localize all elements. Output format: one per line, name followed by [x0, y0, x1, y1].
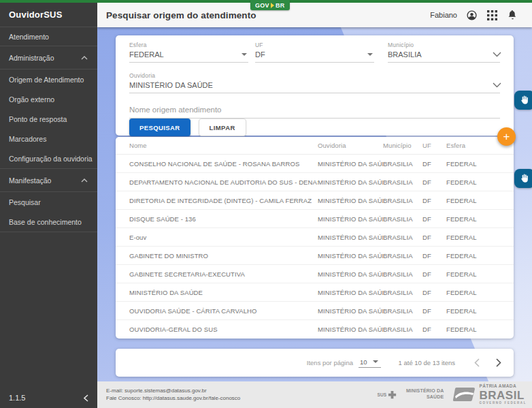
sign-language-hand-icon	[519, 95, 530, 106]
esfera-value: FEDERAL	[129, 50, 164, 59]
table-cell: FEDERAL	[446, 289, 500, 296]
table-row[interactable]: E-ouvMINISTÉRIO DA SAÚDEBRASILIADFFEDERA…	[116, 228, 514, 247]
ministry-logo: MINISTÉRIO DA SAÚDE	[406, 388, 444, 401]
chevron-down-icon	[493, 50, 501, 59]
vlibras-accessibility-button[interactable]	[514, 169, 532, 188]
table-cell: MINISTÉRIO DA SAÚDE	[129, 289, 318, 296]
esfera-label: Esfera	[129, 42, 248, 48]
sidebar-submenu-administracao: Origem de AtendimentoOrgão externoPonto …	[0, 69, 97, 169]
bell-icon[interactable]	[507, 10, 518, 21]
sidebar-section-manifestacao[interactable]: Manifestação	[0, 169, 97, 192]
sidebar-section-administracao[interactable]: Administração	[0, 46, 97, 69]
sidebar-footer: 1.1.5	[0, 388, 97, 408]
table-row[interactable]: DIRETORIA DE INTEGRIDADE (DINTEG) - CAMI…	[116, 191, 514, 210]
table-row[interactable]: CONSELHO NACIONAL DE SAÚDE - ROSANA BARR…	[116, 155, 514, 173]
table-cell: BRASILIA	[383, 178, 422, 186]
table-row[interactable]: GABINETE SECRETARIA-EXECUTIVAMINISTÉRIO …	[116, 265, 514, 283]
ouvidoria-select[interactable]: Ouvidoria MINISTÉRIO DA SAÚDE	[129, 72, 500, 93]
sidebar-item-label: Configuração da ouvidoria	[9, 155, 93, 163]
table-cell: MINISTÉRIO DA SAÚDE	[318, 234, 383, 241]
uf-value: DF	[255, 50, 265, 59]
table-cell: DISQUE SAÚDE - 136	[129, 215, 318, 223]
govbr-arrow-icon	[271, 3, 274, 8]
chevron-up-icon	[81, 178, 88, 183]
sidebar-item[interactable]: Pesquisar	[0, 192, 97, 212]
sidebar-item-label: Origem de Atendimento	[9, 76, 84, 84]
brasil-flag-icon	[452, 387, 476, 402]
items-per-page-value: 10	[360, 358, 367, 366]
govbr-logo[interactable]: GOV BR	[250, 0, 290, 10]
table-cell: E-ouv	[129, 234, 318, 241]
table-cell: BRASILIA	[383, 234, 422, 241]
esfera-select[interactable]: Esfera FEDERAL	[129, 42, 248, 63]
municipio-select[interactable]: Município BRASILIA	[388, 42, 500, 63]
account-icon[interactable]	[466, 10, 478, 21]
sidebar-section-label: Administração	[9, 54, 54, 62]
table-cell: OUVIDORIA SAÚDE - CÁRITA CARVALHO	[129, 307, 318, 315]
items-per-page-select[interactable]: 10	[359, 358, 381, 368]
chevron-down-icon	[493, 81, 501, 89]
dropdown-caret-icon	[373, 360, 378, 363]
brasil-government-logo: PÁTRIA AMADA BRASIL GOVERNO FEDERAL	[452, 384, 527, 405]
ministry-line1: MINISTÉRIO DA	[406, 388, 444, 394]
support-email: E-mail: suporte.sistemas@datasus.gov.br	[106, 387, 240, 394]
table-cell: MINISTÉRIO DA SAÚDE	[318, 215, 383, 223]
govbr-gov-text: GOV	[255, 2, 269, 9]
column-header-uf: UF	[422, 142, 446, 149]
filter-card: Esfera FEDERAL UF DF Município BRASILIA	[116, 35, 514, 136]
sidebar-item[interactable]: Ponto de resposta	[0, 109, 97, 129]
uf-label: UF	[255, 42, 374, 48]
chevron-up-icon	[81, 56, 88, 60]
username: Fabiano	[430, 11, 457, 19]
table-row[interactable]: DEPARTAMENTO NACIONAL DE AUDITORIA DO SU…	[116, 173, 514, 191]
sidebar-item-atendimento[interactable]: Atendimento	[0, 27, 97, 46]
support-link[interactable]: Fale Conosco: http://datasus.saude.gov.b…	[106, 394, 240, 402]
sidebar-item[interactable]: Base de conhecimento	[0, 212, 97, 232]
app-title: OuvidorSUS	[0, 3, 97, 27]
collapse-sidebar-button[interactable]	[84, 394, 88, 402]
sidebar-item[interactable]: Origem de Atendimento	[0, 69, 97, 89]
column-header-municipio: Município	[383, 142, 422, 149]
table-cell: DF	[422, 197, 446, 204]
vlibras-accessibility-button[interactable]	[514, 91, 532, 110]
table-row[interactable]: GABINETE DO MINISTROMINISTÉRIO DA SAÚDEB…	[116, 247, 514, 265]
table-cell: MINISTÉRIO DA SAÚDE	[318, 307, 383, 315]
table-cell: GABINETE DO MINISTRO	[129, 252, 318, 260]
table-cell: FEDERAL	[446, 160, 500, 168]
page-title: Pesquisar origem do atendimento	[106, 10, 256, 20]
table-row[interactable]: DISQUE SAÚDE - 136MINISTÉRIO DA SAÚDEBRA…	[116, 210, 514, 228]
app-version: 1.1.5	[9, 394, 25, 402]
nome-origem-input[interactable]	[129, 104, 500, 119]
table-row[interactable]: MINISTÉRIO DA SAÚDEMINISTÉRIO DA SAÚDEBR…	[116, 283, 514, 302]
brand-main-text: BRASIL	[479, 390, 527, 401]
sidebar-item-label: Ponto de resposta	[9, 115, 67, 123]
ouvidoria-value: MINISTÉRIO DA SAÚDE	[129, 81, 213, 89]
next-page-button[interactable]	[496, 358, 501, 367]
sidebar-item[interactable]: Configuração da ouvidoria	[0, 148, 97, 168]
nome-origem-field[interactable]	[129, 103, 500, 119]
table-cell: MINISTÉRIO DA SAÚDE	[318, 289, 383, 296]
table-cell: FEDERAL	[446, 178, 500, 186]
sidebar-item[interactable]: Marcadores	[0, 129, 97, 148]
previous-page-button[interactable]	[474, 358, 480, 367]
table-cell: MINISTÉRIO DA SAÚDE	[318, 160, 383, 168]
municipio-value: BRASILIA	[388, 50, 422, 59]
clear-button[interactable]: LIMPAR	[199, 119, 246, 136]
table-cell: GABINETE SECRETARIA-EXECUTIVA	[129, 270, 318, 278]
search-button[interactable]: PESQUISAR	[129, 119, 190, 136]
sidebar: OuvidorSUS Atendimento Administração Ori…	[0, 3, 97, 408]
support-contacts: E-mail: suporte.sistemas@datasus.gov.br …	[106, 387, 240, 402]
table-cell: BRASILIA	[383, 252, 422, 260]
uf-select[interactable]: UF DF	[255, 42, 374, 63]
sidebar-item-label: Pesquisar	[9, 198, 41, 206]
apps-grid-icon[interactable]	[486, 10, 498, 21]
sidebar-item[interactable]: Orgão externo	[0, 89, 97, 109]
table-row[interactable]: OUVIDORIA-GERAL DO SUSMINISTÉRIO DA SAÚD…	[116, 320, 514, 339]
items-per-page-label: Itens por página	[307, 359, 353, 366]
table-row[interactable]: OUVIDORIA SAÚDE - CÁRITA CARVALHOMINISTÉ…	[116, 302, 514, 320]
table-cell: BRASILIA	[383, 160, 422, 168]
table-cell: DF	[422, 289, 446, 296]
table-cell: BRASILIA	[383, 307, 422, 315]
sidebar-item-label: Atendimento	[9, 33, 49, 41]
add-button[interactable]: +	[497, 127, 516, 146]
